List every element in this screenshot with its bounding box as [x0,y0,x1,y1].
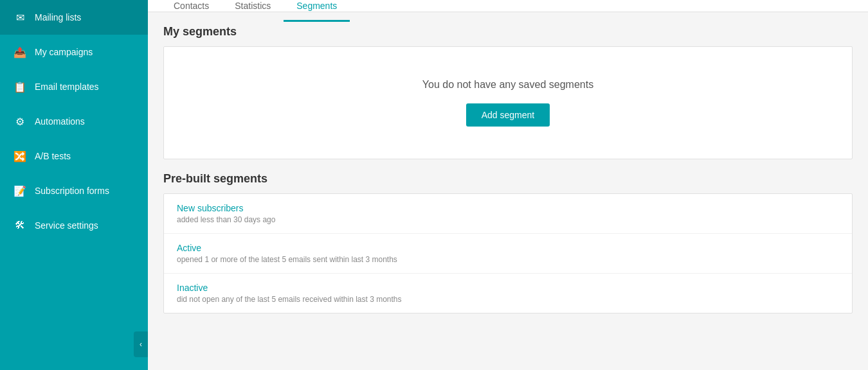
my-campaigns-icon: 📤 [13,45,27,59]
prebuilt-segments-list: New subscribers added less than 30 days … [163,193,853,313]
sidebar-label-mailing-lists: Mailing lists [35,12,81,22]
sidebar-item-my-campaigns[interactable]: 📤 My campaigns [0,35,148,69]
list-item: New subscribers added less than 30 days … [164,194,852,234]
tabs-bar: ContactsStatisticsSegments [148,0,868,12]
sidebar-item-automations[interactable]: ⚙ Automations [0,104,148,139]
my-segments-box: You do not have any saved segments Add s… [163,46,853,159]
ab-tests-icon: 🔀 [13,149,27,163]
list-item: Active opened 1 or more of the latest 5 … [164,234,852,274]
segment-description: opened 1 or more of the latest 5 emails … [177,255,839,264]
sidebar-label-service-settings: Service settings [35,220,98,231]
segment-description: added less than 30 days ago [177,215,839,224]
my-segments-title: My segments [163,25,853,39]
list-item: Inactive did not open any of the last 5 … [164,274,852,313]
sidebar-item-email-templates[interactable]: 📋 Email templates [0,69,148,104]
segment-description: did not open any of the last 5 emails re… [177,295,839,304]
automations-icon: ⚙ [13,114,27,128]
main-content: ContactsStatisticsSegments My segments Y… [148,0,868,370]
segment-name[interactable]: New subscribers [177,203,839,213]
service-settings-icon: 🛠 [13,218,27,233]
prebuilt-segments-title: Pre-built segments [163,172,853,186]
sidebar: ✉ Mailing lists 📤 My campaigns 📋 Email t… [0,0,148,370]
empty-segments-message: You do not have any saved segments [422,79,593,91]
sidebar-label-automations: Automations [35,116,85,127]
segment-name[interactable]: Active [177,243,839,253]
chevron-left-icon: ‹ [140,340,142,349]
sidebar-item-mailing-lists[interactable]: ✉ Mailing lists [0,0,148,35]
sidebar-label-email-templates: Email templates [35,82,99,92]
sidebar-collapse-button[interactable]: ‹ [134,331,148,357]
mailing-lists-icon: ✉ [13,10,27,24]
email-templates-icon: 📋 [13,80,27,94]
add-segment-button[interactable]: Add segment [466,103,550,127]
sidebar-item-service-settings[interactable]: 🛠 Service settings [0,208,148,243]
sidebar-label-my-campaigns: My campaigns [35,47,93,57]
sidebar-item-subscription-forms[interactable]: 📝 Subscription forms [0,173,148,208]
segment-name[interactable]: Inactive [177,283,839,293]
subscription-forms-icon: 📝 [13,184,27,198]
sidebar-label-subscription-forms: Subscription forms [35,186,109,196]
sidebar-label-ab-tests: A/B tests [35,151,71,161]
sidebar-item-ab-tests[interactable]: 🔀 A/B tests [0,139,148,173]
page-content: My segments You do not have any saved se… [148,12,868,326]
